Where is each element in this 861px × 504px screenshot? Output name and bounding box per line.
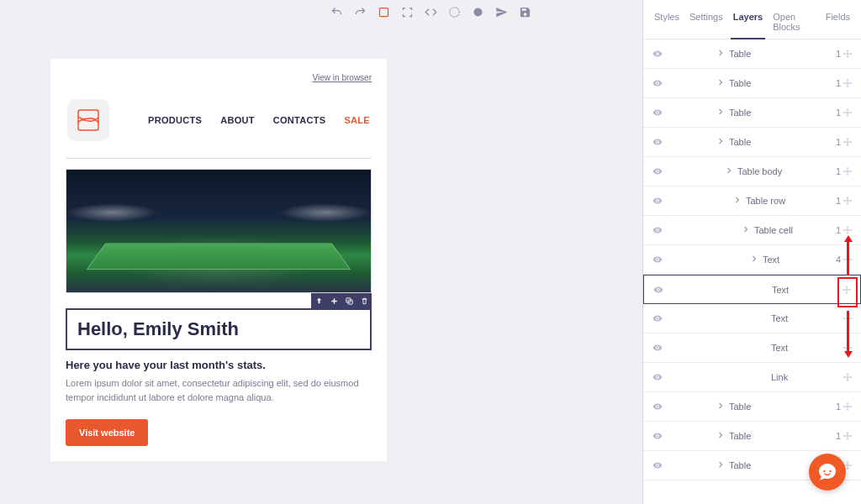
selection-toolbar <box>311 293 372 308</box>
chevron-right-icon[interactable] <box>749 254 758 265</box>
tab-layers[interactable]: Layers <box>731 8 765 39</box>
layer-row[interactable]: Table cell1 <box>643 216 861 245</box>
body-text[interactable]: Lorem ipsum dolor sit amet, consectetur … <box>66 376 372 404</box>
move-icon[interactable] <box>841 49 854 59</box>
tab-fields[interactable]: Fields <box>823 8 853 39</box>
visibility-icon[interactable] <box>650 108 665 118</box>
layer-row[interactable]: Table1 <box>643 422 861 451</box>
chevron-right-icon[interactable] <box>716 48 724 60</box>
delete-icon[interactable] <box>357 293 372 308</box>
visibility-icon[interactable] <box>650 196 665 206</box>
hero-block[interactable] <box>66 169 372 293</box>
nav: PRODUCTS ABOUT CONTACTS SALE <box>148 115 370 125</box>
visibility-icon[interactable] <box>650 431 665 441</box>
layer-row[interactable]: Text <box>643 333 861 363</box>
visibility-icon[interactable] <box>650 166 665 176</box>
layer-row[interactable]: Table1 <box>643 69 861 98</box>
outline-icon[interactable] <box>377 5 390 18</box>
panel-tabs: Styles Settings Layers Open Blocks Field… <box>643 0 861 39</box>
email-canvas[interactable]: View in browser PRODUCTS ABOUT CONTACTS … <box>50 59 387 461</box>
move-icon[interactable] <box>841 372 854 382</box>
layer-row[interactable]: Table1 <box>643 98 861 128</box>
nav-products[interactable]: PRODUCTS <box>148 115 202 125</box>
undo-icon[interactable] <box>330 5 343 18</box>
chevron-right-icon[interactable] <box>741 224 749 236</box>
send-icon[interactable] <box>494 5 508 18</box>
layer-name: Table <box>724 137 829 147</box>
move-icon[interactable] <box>841 78 854 88</box>
move-up-icon[interactable] <box>311 293 326 308</box>
circle-icon[interactable] <box>471 5 484 18</box>
view-in-browser-link[interactable]: View in browser <box>313 73 372 82</box>
chevron-right-icon[interactable] <box>724 165 732 177</box>
layer-row[interactable]: Text <box>643 275 861 304</box>
layer-row[interactable]: Table1 <box>643 392 861 422</box>
layer-count: 1 <box>829 108 841 118</box>
svg-point-19 <box>657 435 658 437</box>
save-icon[interactable] <box>518 5 531 18</box>
visibility-icon[interactable] <box>650 313 665 323</box>
layer-row[interactable]: Text <box>643 304 861 333</box>
email-header: PRODUCTS ABOUT CONTACTS SALE <box>50 91 387 153</box>
nav-sale[interactable]: SALE <box>344 115 370 125</box>
heading-text[interactable]: Hello, Emily Smith <box>77 318 360 340</box>
chevron-right-icon[interactable] <box>716 77 724 89</box>
visibility-icon[interactable] <box>650 402 665 412</box>
layer-row[interactable]: Table1 <box>643 39 861 69</box>
preview-icon[interactable] <box>447 5 461 18</box>
visibility-icon[interactable] <box>650 372 665 382</box>
chevron-right-icon[interactable] <box>716 107 724 118</box>
redo-icon[interactable] <box>353 5 367 18</box>
chat-fab[interactable] <box>809 454 846 491</box>
tab-open-blocks[interactable]: Open Blocks <box>770 8 817 39</box>
layer-row[interactable]: Table body1 <box>643 157 861 186</box>
chevron-right-icon[interactable] <box>732 195 741 207</box>
move-icon[interactable] <box>841 196 854 206</box>
selected-text-block[interactable]: Hello, Emily Smith <box>66 308 372 350</box>
nav-about[interactable]: ABOUT <box>220 115 255 125</box>
visibility-icon[interactable] <box>650 225 665 235</box>
visibility-icon[interactable] <box>650 255 665 265</box>
nav-contacts[interactable]: CONTACTS <box>273 115 326 125</box>
visibility-icon[interactable] <box>650 49 665 59</box>
layer-row[interactable]: Table1 <box>643 128 861 157</box>
layer-name: Table <box>724 402 829 412</box>
visibility-icon[interactable] <box>650 137 665 147</box>
layer-count: 1 <box>829 431 841 441</box>
layer-name: Table <box>724 49 829 59</box>
code-icon[interactable] <box>424 5 437 18</box>
fullscreen-icon[interactable] <box>400 5 414 18</box>
move-icon[interactable] <box>841 225 854 235</box>
chevron-right-icon[interactable] <box>716 459 724 471</box>
layer-row[interactable]: Link <box>643 363 861 392</box>
svg-point-12 <box>657 229 658 231</box>
body-block[interactable]: Here you have your last month's stats. L… <box>66 359 372 404</box>
layer-name: Text <box>766 343 829 353</box>
svg-point-2 <box>473 8 482 16</box>
layer-name: Table row <box>741 196 829 206</box>
move-icon[interactable] <box>841 402 854 412</box>
layer-count: 1 <box>829 78 841 88</box>
chevron-right-icon[interactable] <box>716 136 724 148</box>
chevron-right-icon[interactable] <box>716 401 724 412</box>
move-icon[interactable] <box>841 166 854 176</box>
svg-rect-0 <box>379 8 388 16</box>
cta-button[interactable]: Visit website <box>66 419 148 446</box>
layer-name: Link <box>766 372 829 382</box>
tab-settings[interactable]: Settings <box>687 8 726 39</box>
visibility-icon[interactable] <box>650 460 665 470</box>
visibility-icon[interactable] <box>650 78 665 88</box>
tab-styles[interactable]: Styles <box>652 8 682 39</box>
visibility-icon[interactable] <box>651 285 666 295</box>
layer-row[interactable]: Text4 <box>643 245 861 275</box>
chevron-right-icon[interactable] <box>716 430 724 442</box>
subheading-text[interactable]: Here you have your last month's stats. <box>66 359 372 371</box>
layer-row[interactable]: Table row1 <box>643 186 861 216</box>
svg-point-7 <box>657 82 658 84</box>
copy-icon[interactable] <box>341 293 357 308</box>
move-icon[interactable] <box>841 137 854 147</box>
add-icon[interactable] <box>326 293 341 308</box>
move-icon[interactable] <box>841 431 854 441</box>
move-icon[interactable] <box>841 108 854 118</box>
visibility-icon[interactable] <box>650 343 665 353</box>
